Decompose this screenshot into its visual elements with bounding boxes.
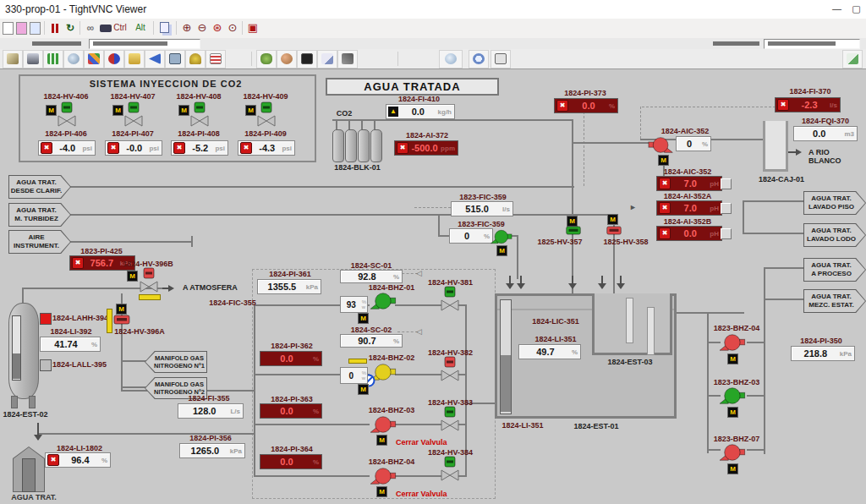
fic359-valve-tag: 1823-FIC-359 <box>455 221 507 228</box>
alarm-x-icon: ✖ <box>777 99 789 111</box>
pump-icon[interactable] <box>717 332 746 353</box>
valve-icon[interactable] <box>256 101 277 127</box>
li351-bottom-tag: 1824-LI-351 <box>497 422 548 430</box>
keyboard-icon[interactable] <box>99 20 112 36</box>
palette-grid-icon[interactable] <box>84 50 104 68</box>
ai352a-readout[interactable]: ✖7.0pH <box>656 200 722 216</box>
search-icon[interactable] <box>439 50 463 68</box>
zoom-100-icon[interactable]: ⊙ <box>226 20 239 36</box>
valve-icon[interactable] <box>606 226 622 235</box>
pump-icon[interactable] <box>717 442 746 463</box>
valve-icon[interactable] <box>440 406 460 431</box>
clock-icon[interactable] <box>469 50 489 68</box>
trend-icon[interactable] <box>317 50 337 68</box>
pi362-readout[interactable]: 0.0% <box>260 351 322 366</box>
pi363-tag: 1824-PI-363 <box>266 396 318 403</box>
fi370-readout[interactable]: ✖-2.3l/s <box>775 97 841 112</box>
aic352-output-readout[interactable]: 0% <box>676 136 711 151</box>
flag-manifold-n1: MANIFOLD GASNITROGENO Nº1 <box>145 351 207 373</box>
fqi370-readout[interactable]: 0.0m3 <box>793 126 858 141</box>
ctrl-button[interactable]: Ctrl <box>113 20 127 36</box>
fic359-flow-readout[interactable]: 515.0l/s <box>451 201 513 216</box>
recipe-icon[interactable] <box>256 50 277 68</box>
fi410-readout[interactable]: ▲0.0kg/h <box>386 104 455 119</box>
display-icon[interactable] <box>165 50 185 68</box>
columns-icon[interactable] <box>43 50 63 68</box>
pi373-readout[interactable]: ✖0.0% <box>554 98 618 113</box>
vessel-leg <box>11 396 18 408</box>
pi408-readout[interactable]: ✖-5.2psi <box>171 140 228 156</box>
address-field-2[interactable] <box>764 39 860 49</box>
exit-icon[interactable] <box>3 50 23 68</box>
users-icon[interactable] <box>277 50 297 68</box>
li1802-readout[interactable]: ✖96.4% <box>45 452 111 468</box>
ack-button[interactable] <box>721 203 732 214</box>
ai352b-readout[interactable]: ✖0.0pH <box>656 226 722 241</box>
dosing-pump-icon[interactable] <box>648 135 675 155</box>
ai372-readout[interactable]: ✖-500.0ppm <box>394 140 458 156</box>
refresh-icon[interactable]: ↻ <box>63 20 77 36</box>
zoom-out-icon[interactable]: ⊖ <box>195 20 209 36</box>
valve-icon[interactable] <box>440 356 460 381</box>
li351-readout[interactable]: 49.7% <box>518 344 581 359</box>
ack-button[interactable] <box>721 178 732 189</box>
valve-icon[interactable] <box>189 101 210 127</box>
valve-icon[interactable] <box>440 456 460 481</box>
zoom-select-icon[interactable]: ⊛ <box>211 20 224 36</box>
copy-icon[interactable] <box>157 20 171 36</box>
ack-button[interactable] <box>721 228 732 239</box>
script-monitor-icon[interactable] <box>297 50 317 68</box>
pi350-readout[interactable]: 218.8kPa <box>791 346 855 361</box>
export-icon[interactable] <box>842 50 863 68</box>
fullscreen-icon[interactable]: ▣ <box>246 20 260 36</box>
valve-icon[interactable] <box>139 267 159 293</box>
sc01-readout[interactable]: 92.8% <box>340 270 403 283</box>
ctrl-alt-del-icon[interactable]: ∞ <box>84 20 97 36</box>
pump-icon[interactable] <box>717 386 746 406</box>
valve-icon[interactable] <box>57 101 77 127</box>
pi361-readout[interactable]: 1355.5kPa <box>257 279 321 294</box>
aic352-readout[interactable]: ✖7.0pH <box>656 176 722 191</box>
print-icon[interactable] <box>23 50 43 68</box>
tools-icon[interactable] <box>337 50 358 68</box>
fi355-readout[interactable]: 128.0L/s <box>178 403 244 419</box>
bhz02-speed-readout[interactable]: 0%w <box>340 367 368 384</box>
pi364-readout[interactable]: 0.0% <box>260 454 322 469</box>
gauge-icon[interactable] <box>104 50 124 68</box>
new-connection-icon[interactable] <box>1 20 14 36</box>
sc02-readout[interactable]: 90.7% <box>340 334 403 348</box>
code-box-icon[interactable] <box>491 50 511 68</box>
fic359-valve-readout[interactable]: 0% <box>449 228 493 244</box>
li392-readout[interactable]: 41.74% <box>40 337 101 352</box>
open-folder-icon[interactable] <box>124 50 145 68</box>
alarm-list-icon[interactable] <box>206 50 226 68</box>
address-field[interactable] <box>89 39 200 49</box>
alt-button[interactable]: Alt <box>134 20 147 36</box>
pi406-readout[interactable]: ✖-4.0psi <box>38 140 96 156</box>
zoom-in-icon[interactable]: ⊕ <box>180 20 194 36</box>
alarm-bell-icon[interactable] <box>185 50 206 68</box>
pi407-readout[interactable]: ✖-0.0psi <box>105 140 162 156</box>
pi356-readout[interactable]: 1265.0kPa <box>179 443 245 458</box>
pump-icon[interactable] <box>368 291 397 311</box>
pause-icon[interactable] <box>48 20 62 36</box>
control-valve-icon[interactable] <box>488 228 513 245</box>
pump-icon[interactable] <box>368 414 397 435</box>
pi363-readout[interactable]: 0.0% <box>260 403 322 419</box>
valve-icon[interactable] <box>440 286 460 311</box>
valve-icon[interactable] <box>113 315 130 325</box>
connection-options-icon[interactable] <box>14 20 28 36</box>
maximize-button[interactable]: ▢ <box>847 0 866 18</box>
pipe <box>572 120 573 295</box>
connection-info-icon[interactable] <box>28 20 41 36</box>
back-arrow-icon[interactable] <box>145 50 165 68</box>
sc01-tag: 1824-SC-01 <box>345 262 397 270</box>
pi409-readout[interactable]: ✖-4.3psi <box>238 140 295 156</box>
valve-icon[interactable] <box>123 101 144 127</box>
minimize-button[interactable]: — <box>827 0 847 18</box>
valve-icon[interactable] <box>565 226 582 235</box>
preview-icon[interactable] <box>63 50 84 68</box>
pump-icon[interactable] <box>368 466 397 486</box>
rio-blanco-label: A RIO <box>808 149 851 156</box>
bhz01-speed-readout[interactable]: 93%w <box>340 296 368 313</box>
